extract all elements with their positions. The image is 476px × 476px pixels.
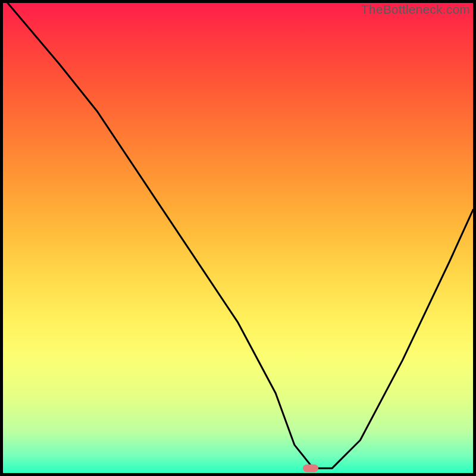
chart-frame (0, 0, 476, 476)
